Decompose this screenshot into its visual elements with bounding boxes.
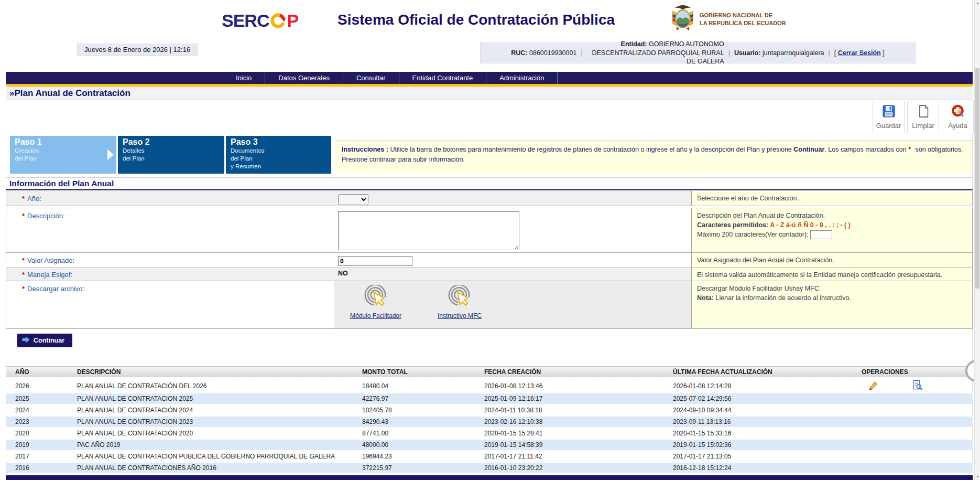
- ecuador-crest-icon: [670, 4, 696, 35]
- menu-item-inicio[interactable]: Inicio: [223, 72, 265, 84]
- cell-descripcion: PAC AÑO 2019: [68, 439, 353, 451]
- cell-ultima-actualizacion: 2019-01-15 15:02:36: [663, 439, 852, 451]
- table-row: 2026PLAN ANUAL DE CONTRATACIÓN DEL 20261…: [6, 379, 973, 393]
- cell-operaciones: [852, 451, 973, 462]
- header-monto-total[interactable]: MONTO TOTAL: [353, 367, 475, 379]
- cell-ultima-actualizacion: 2020-01-15 15:33:16: [663, 428, 852, 439]
- section-title: Información del Plan Anual: [6, 177, 973, 190]
- header-anio[interactable]: AÑO: [6, 367, 68, 379]
- logout-link[interactable]: Cerrar Sesión: [838, 49, 881, 57]
- cell-fecha-creacion: 2016-01-10 23:20:22: [475, 462, 663, 474]
- cell-fecha-creacion: 2019-01-15 14:58:39: [475, 439, 663, 451]
- cell-anio: 2023: [6, 416, 68, 428]
- step-2-detalles[interactable]: Paso 2 Detalles del Plan: [118, 136, 224, 174]
- sercop-logo-o-icon: [269, 13, 287, 29]
- descripcion-textarea[interactable]: [338, 211, 519, 250]
- edit-icon[interactable]: [868, 380, 878, 392]
- cell-descripcion: PLAN ANUAL DE CONTRATACION PUBLICA DEL G…: [68, 451, 353, 462]
- scroll-down-icon[interactable]: ▼: [975, 474, 980, 480]
- cell-descripcion: PLAN ANUAL DE CONTRATACION 2023: [68, 416, 353, 428]
- vertical-scrollbar[interactable]: ▲ ▼: [974, 0, 980, 480]
- header-descripcion[interactable]: DESCRIPCIÓN: [68, 367, 353, 379]
- header-ultima-actualizacion[interactable]: ÚLTIMA FECHA ACTUALIZACIÓN: [663, 367, 852, 379]
- cell-operaciones: [852, 439, 973, 451]
- cell-operaciones: [852, 416, 973, 428]
- continue-arrow-icon: [22, 336, 30, 345]
- cell-descripcion: PLAN ANUAL DE CONTRATACIONES AÑO 2016: [68, 462, 353, 474]
- esigef-help: El sistema valida automáticamente si la …: [691, 268, 972, 281]
- row-descripcion: *Descripción: Descripción del Plan Anual…: [6, 208, 973, 253]
- step-arrow-icon: [107, 150, 114, 160]
- scrollbar-thumb[interactable]: [975, 68, 979, 289]
- cell-ultima-actualizacion: 2016-12-18 15:12:24: [663, 462, 852, 474]
- header-fecha-creacion[interactable]: FECHA CREACIÓN: [475, 367, 663, 379]
- descargar-label: Descargar archivo:: [27, 285, 84, 293]
- cell-anio: 2024: [6, 404, 68, 416]
- row-valor: *Valor Asignado: Valor Asignado del Plan…: [6, 252, 973, 268]
- descripcion-help: Descripción del Plan Anual de Contrataci…: [691, 208, 972, 252]
- cell-operaciones: [852, 379, 973, 393]
- cell-operaciones: [852, 404, 973, 416]
- anio-select[interactable]: [338, 194, 368, 205]
- clear-button[interactable]: Limpiar: [907, 101, 939, 133]
- cell-descripcion: PLAN ANUAL DE CONTRATACION 2025: [68, 393, 353, 404]
- menu-item-entidad-contratante[interactable]: Entidad Contratante: [399, 72, 487, 84]
- anio-help: Seleccione el año de Contratación.: [691, 191, 972, 206]
- cell-ultima-actualizacion: 2017-01-17 21:13:05: [663, 451, 852, 462]
- pac-page: SERC P Sistema Oficial de Contratación P…: [0, 0, 980, 480]
- help-lifebuoy-icon: [951, 104, 965, 120]
- pac-table: AÑO DESCRIPCIÓN MONTO TOTAL FECHA CREACI…: [6, 366, 973, 474]
- table-row: 2024PLAN ANUAL DE CONTRATACIÓN 202410240…: [6, 404, 973, 416]
- menu-item-administracion[interactable]: Administración: [486, 72, 558, 84]
- cell-anio: 2019: [6, 439, 68, 451]
- ruc-value: 0860019930001: [529, 49, 576, 57]
- sercop-logo: SERC P: [222, 10, 298, 31]
- view-detail-icon[interactable]: [912, 380, 923, 392]
- cell-fecha-creacion: 2026-01-08 12:13:46: [475, 379, 663, 393]
- row-esigef: *Maneja Esigef: NO El sistema valida aut…: [6, 268, 973, 281]
- blank-page-icon: [917, 104, 930, 120]
- cell-fecha-creacion: 2025-01-09 12:16:17: [475, 393, 663, 404]
- session-info-bar: RUC: 0860019930001 | Entidad: GOBIERNO A…: [480, 42, 916, 63]
- instructivo-mfc-link[interactable]: Instructivo MFC: [438, 312, 482, 319]
- cell-anio: 2017: [6, 451, 68, 462]
- descripcion-label: Descripción:: [27, 212, 65, 220]
- cell-operaciones: [852, 428, 973, 439]
- menu-item-datos-generales[interactable]: Datos Generales: [265, 72, 343, 84]
- scroll-up-icon[interactable]: ▲: [975, 0, 980, 6]
- clear-label: Limpiar: [912, 122, 934, 130]
- save-button[interactable]: Guardar: [873, 101, 905, 133]
- cell-anio: 2026: [6, 379, 68, 393]
- step-3-documentos[interactable]: Paso 3 Documentos del Plan y Resumen: [226, 136, 331, 174]
- cell-ultima-actualizacion: 2026-01-08 12:14:28: [663, 379, 852, 393]
- valor-help: Valor Asignado del Plan Anual de Contrat…: [691, 253, 972, 268]
- sercop-logo-text-p: P: [287, 10, 298, 31]
- government-brand: GOBIERNO NACIONAL DE LA REPUBLICA DEL EC…: [670, 4, 786, 35]
- cell-ultima-actualizacion: 2024-09-10 09:34:44: [663, 404, 852, 416]
- anio-label: Año:: [27, 195, 41, 202]
- step-1-creacion[interactable]: Paso 1 Creación del Plan: [10, 136, 116, 174]
- modulo-facilitador-download[interactable]: Módulo Facilitador: [344, 285, 407, 319]
- continue-button[interactable]: Continuar: [17, 334, 72, 347]
- help-button[interactable]: Ayuda: [942, 101, 974, 133]
- cell-anio: 2020: [6, 428, 68, 439]
- modulo-facilitador-link[interactable]: Módulo Facilitador: [350, 312, 401, 319]
- cell-fecha-creacion: 2017-01-17 21:11:42: [475, 451, 663, 462]
- main-menu: Inicio Datos Generales Consultar Entidad…: [6, 72, 973, 84]
- row-anio: *Año: Seleccione el año de Contratación.: [6, 190, 973, 206]
- table-row: 2019PAC AÑO 201948000.002019-01-15 14:58…: [6, 439, 973, 451]
- record-toolbar: Guardar Limpiar Ayuda: [873, 101, 974, 133]
- cell-fecha-creacion: 2023-02-16 12:10:38: [475, 416, 663, 428]
- instructivo-mfc-download[interactable]: Instructivo MFC: [428, 285, 491, 319]
- save-label: Guardar: [876, 122, 901, 130]
- gov-line1: GOBIERNO NACIONAL DE: [700, 12, 786, 19]
- valor-input[interactable]: [338, 256, 412, 266]
- menu-item-consultar[interactable]: Consultar: [343, 72, 399, 84]
- logout-wrap: [ Cerrar Sesión ]: [834, 49, 885, 57]
- char-counter-input[interactable]: [810, 230, 832, 239]
- cell-fecha-creacion: 2024-01-11 10:38:18: [475, 404, 663, 416]
- valor-label: Valor Asignado:: [27, 257, 74, 264]
- cell-monto-total: 18480.04: [353, 379, 475, 393]
- cell-monto-total: 84290.43: [353, 416, 475, 428]
- cell-ultima-actualizacion: 2023-09-11 13:13:16: [663, 416, 852, 428]
